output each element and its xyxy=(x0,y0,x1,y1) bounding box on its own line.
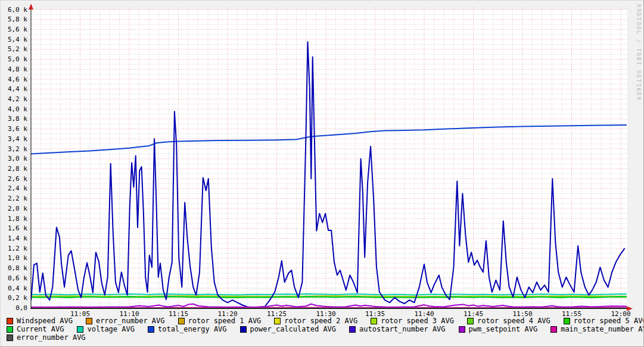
legend-item: error_number AVG xyxy=(7,333,86,342)
legend-row: Current AVGvoltage AVGtotal_energy AVGpo… xyxy=(7,325,641,333)
legend-label: main_state_number AVG xyxy=(561,325,644,333)
y-tick-label: 3,6 k xyxy=(8,125,27,133)
legend-swatch-icon xyxy=(7,318,13,324)
y-tick-label: 1,2 k xyxy=(8,245,27,252)
legend-row: error_number AVG xyxy=(7,333,641,342)
y-tick-label: 1,4 k xyxy=(8,235,27,242)
legend-item: total_energy AVG xyxy=(148,325,227,333)
y-tick-label: 2,8 k xyxy=(8,165,27,173)
y-tick-label: 5,0 k xyxy=(8,55,27,63)
y-tick-label: 2,4 k xyxy=(8,185,27,192)
series-voltage xyxy=(31,294,627,295)
legend-label: pwm_setpoint AVG xyxy=(469,325,538,333)
y-tick-label: 0,4 k xyxy=(8,285,27,292)
y-tick-label: 5,2 k xyxy=(8,45,27,53)
legend-item: Windspeed AVG xyxy=(7,317,73,325)
legend-swatch-icon xyxy=(349,326,356,333)
legend-label: Windspeed AVG xyxy=(17,317,73,325)
legend-swatch-icon xyxy=(467,318,474,324)
chart-legend: Windspeed AVGerror_number AVGrotor speed… xyxy=(7,317,641,342)
legend-item: rotor speed 1 AVG xyxy=(178,317,262,325)
y-tick-label: 3,8 k xyxy=(8,115,27,123)
legend-item: autostart_number AVG xyxy=(349,325,446,333)
legend-label: rotor speed 5 AVG xyxy=(574,317,644,325)
legend-label: rotor speed 2 AVG xyxy=(284,317,357,325)
rrdtool-graph: 0,00,2 k0,4 k0,6 k0,8 k1,0 k1,2 k1,4 k1,… xyxy=(0,0,644,347)
y-tick-label: 4,6 k xyxy=(8,76,27,83)
legend-label: total_energy AVG xyxy=(158,325,227,333)
legend-label: autostart_number AVG xyxy=(359,325,446,333)
y-tick-label: 3,0 k xyxy=(8,155,27,162)
legend-item: voltage AVG xyxy=(77,325,134,333)
legend-swatch-icon xyxy=(550,326,557,333)
y-tick-label: 5,6 k xyxy=(8,26,27,33)
legend-swatch-icon xyxy=(274,318,281,324)
y-tick-label: 0,6 k xyxy=(8,274,27,282)
legend-item: main_state_number AVG xyxy=(550,325,644,333)
legend-item: rotor speed 2 AVG xyxy=(274,317,357,325)
legend-swatch-icon xyxy=(86,318,92,324)
legend-swatch-icon xyxy=(7,326,13,333)
y-tick-label: 3,2 k xyxy=(8,145,27,153)
rrdtool-watermark: RRDTOOL / TOBI OETIKER xyxy=(636,4,642,101)
legend-swatch-icon xyxy=(77,326,83,333)
legend-item: rotor speed 3 AVG xyxy=(371,317,454,325)
legend-item: rotor speed 5 AVG xyxy=(564,317,644,325)
legend-label: rotor speed 1 AVG xyxy=(188,317,262,325)
legend-label: Current AVG xyxy=(17,325,64,333)
legend-item: Current AVG xyxy=(7,325,64,333)
y-tick-label: 4,0 k xyxy=(8,105,27,113)
legend-label: error_number AVG xyxy=(17,333,86,342)
legend-row: Windspeed AVGerror_number AVGrotor speed… xyxy=(7,317,641,325)
y-tick-label: 2,2 k xyxy=(8,195,27,202)
legend-label: voltage AVG xyxy=(87,325,134,333)
legend-swatch-icon xyxy=(564,318,570,324)
legend-swatch-icon xyxy=(459,326,465,333)
y-tick-label: 4,2 k xyxy=(8,95,27,103)
y-tick-label: 2,0 k xyxy=(8,205,27,212)
y-tick-label: 1,0 k xyxy=(8,254,27,262)
y-tick-label: 3,4 k xyxy=(8,135,27,143)
y-tick-label: 0,2 k xyxy=(8,294,27,302)
legend-swatch-icon xyxy=(7,335,13,341)
y-tick-label: 4,4 k xyxy=(8,85,27,93)
legend-label: rotor speed 3 AVG xyxy=(381,317,454,325)
legend-item: rotor speed 4 AVG xyxy=(467,317,550,325)
y-tick-label: 6,0 k xyxy=(8,6,27,14)
y-tick-label: 5,8 k xyxy=(8,15,27,23)
legend-item: power_calculated AVG xyxy=(240,325,337,333)
legend-item: error_number AVG xyxy=(86,317,165,325)
y-tick-label: 4,8 k xyxy=(8,65,27,73)
y-tick-label: 0,8 k xyxy=(8,264,27,272)
y-tick-label: 0,0 xyxy=(15,304,27,312)
y-axis-arrow xyxy=(29,4,33,10)
legend-label: power_calculated AVG xyxy=(250,325,337,333)
legend-swatch-icon xyxy=(240,326,247,333)
legend-item: pwm_setpoint AVG xyxy=(459,325,538,333)
y-tick-label: 2,6 k xyxy=(8,175,27,183)
legend-swatch-icon xyxy=(148,326,154,333)
legend-label: rotor speed 4 AVG xyxy=(477,317,550,325)
legend-label: error_number AVG xyxy=(96,317,165,325)
y-tick-label: 1,6 k xyxy=(8,224,27,232)
chart-canvas: 0,00,2 k0,4 k0,6 k0,8 k1,0 k1,2 k1,4 k1,… xyxy=(1,1,644,347)
legend-swatch-icon xyxy=(371,318,377,324)
y-tick-label: 1,8 k xyxy=(8,215,27,223)
legend-swatch-icon xyxy=(178,318,185,324)
y-tick-label: 5,4 k xyxy=(8,36,27,43)
